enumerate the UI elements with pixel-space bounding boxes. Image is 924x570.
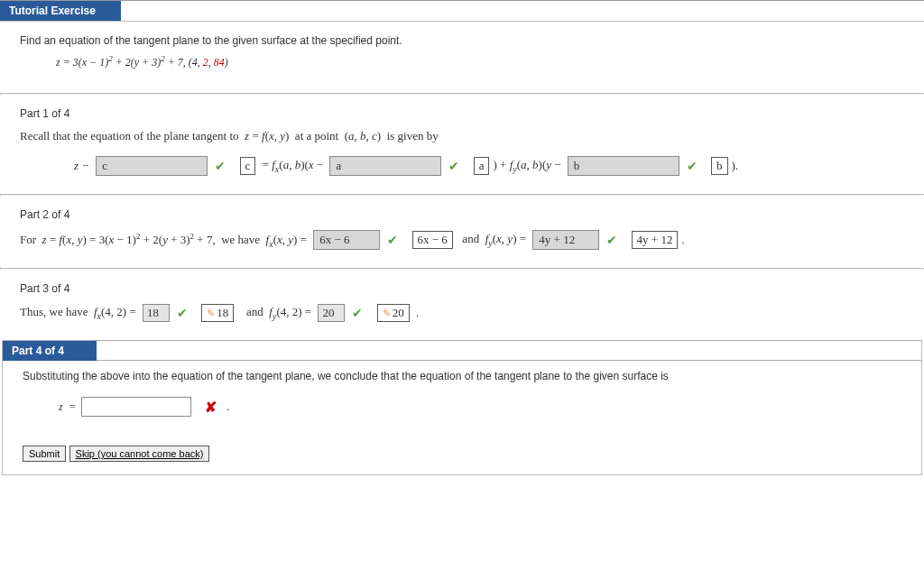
part4-answer-input[interactable] — [81, 397, 191, 417]
cross-icon: ✘ — [201, 399, 220, 416]
part3-line: Thus, we have fx(4, 2) = 18 ✔ ✎18 and fy… — [20, 304, 904, 322]
part3-label: Part 3 of 4 — [0, 270, 924, 295]
part1-intro: Recall that the equation of the plane ta… — [20, 129, 904, 143]
check-icon: ✔ — [383, 233, 402, 248]
check-icon: ✔ — [211, 159, 229, 174]
pencil-icon: ✎ — [207, 308, 217, 318]
check-icon: ✔ — [348, 306, 366, 321]
problem-equation: z = 3(x − 1)2 + 2(y + 3)2 + 7, (4, 2, 84… — [20, 47, 904, 77]
check-icon: ✔ — [173, 306, 191, 321]
part4-label: Part 4 of 4 — [3, 341, 97, 361]
check-icon: ✔ — [683, 159, 701, 174]
part1-confirm-a: a — [474, 157, 490, 175]
part1-label: Part 1 of 4 — [0, 95, 924, 120]
part3-fx-answer[interactable]: 18 — [143, 304, 170, 322]
part2-fx-answer[interactable]: 6x − 6 — [313, 230, 380, 250]
part2-label: Part 2 of 4 — [0, 196, 924, 221]
part1-confirm-c: c — [240, 157, 256, 175]
tutorial-header: Tutorial Exercise — [0, 1, 121, 21]
part1-confirm-b: b — [711, 157, 728, 175]
part3-fy-answer[interactable]: 20 — [318, 304, 345, 322]
submit-button[interactable]: Submit — [23, 446, 66, 462]
part1-blank-b[interactable]: b — [568, 156, 679, 176]
check-icon: ✔ — [445, 159, 463, 174]
pencil-icon: ✎ — [383, 308, 393, 318]
part2-line: For z = f(x, y) = 3(x − 1)2 + 2(y + 3)2 … — [20, 230, 904, 250]
part2-fy-confirm: 4y + 12 — [632, 231, 679, 249]
part4-text: Substituting the above into the equation… — [23, 370, 901, 382]
part2-fy-answer[interactable]: 4y + 12 — [532, 230, 599, 250]
part1-blank-a[interactable]: a — [329, 156, 441, 176]
problem-prompt: Find an equation of the tangent plane to… — [20, 34, 904, 47]
skip-button[interactable]: Skip (you cannot come back) — [69, 446, 210, 462]
part2-fx-confirm: 6x − 6 — [412, 231, 453, 249]
part3-fx-confirm: ✎18 — [201, 304, 234, 322]
part3-fy-confirm: ✎20 — [377, 304, 410, 322]
check-icon: ✔ — [603, 233, 621, 248]
part1-blank-c[interactable]: c — [96, 156, 208, 176]
